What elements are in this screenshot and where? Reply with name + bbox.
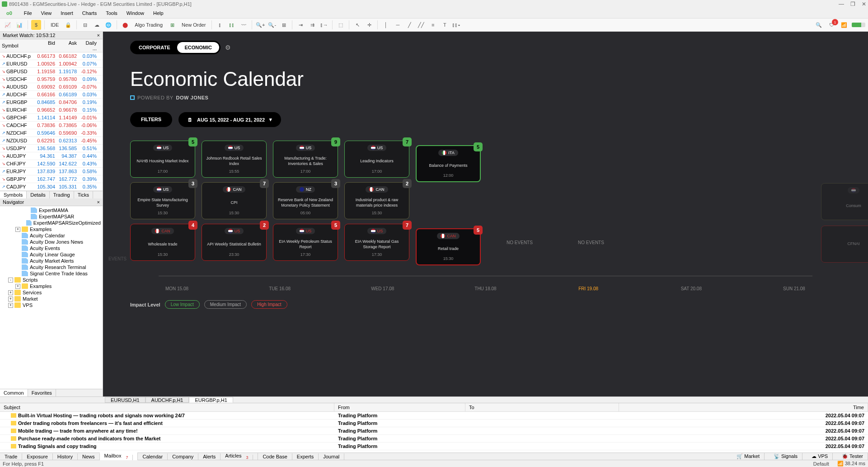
crosshair-icon[interactable]: ✛ [364, 20, 374, 30]
shift-icon[interactable]: ⇥ [296, 20, 305, 30]
cloud-icon[interactable]: ☁ [92, 20, 102, 30]
market-watch-row[interactable]: ↘GBPCHF1.141141.14149-0.01% [0, 114, 103, 122]
tab-common[interactable]: Common [0, 389, 28, 396]
minimize-icon[interactable]: — [839, 1, 844, 7]
zoom-in-icon[interactable]: 🔍+ [255, 20, 265, 30]
event-card[interactable]: 7CANCPI15:30 [202, 182, 267, 219]
menu-help[interactable]: Help [150, 9, 167, 17]
tab-ticks[interactable]: Ticks [74, 191, 93, 198]
globe-icon[interactable]: 🌐 [103, 20, 113, 30]
navigator-item[interactable]: ExpertMAPSARSizeOptimized [0, 220, 103, 226]
market-watch-row[interactable]: ↘AUDCHF.p0.661730.661820.03% [0, 52, 103, 60]
trend-icon[interactable]: ╱ [404, 20, 414, 30]
plus-icon[interactable]: ⊞ [167, 20, 177, 30]
menu-view[interactable]: View [38, 9, 56, 17]
navigator-item[interactable]: ExpertMAMA [0, 207, 103, 213]
toolbox-tab[interactable]: Calendar [138, 453, 168, 460]
alert-icon[interactable]: 🛡1 [826, 20, 836, 30]
toolbox-tab[interactable]: Company [168, 453, 198, 460]
pill-corporate[interactable]: CORPORATE [131, 42, 177, 53]
select-icon[interactable]: ⬚ [336, 20, 346, 30]
fibo-icon[interactable]: ≡ [428, 20, 438, 30]
mailbox-row[interactable]: Mobile trading — trade from anywhere at … [0, 427, 868, 435]
chart-line-icon[interactable]: 📈 [3, 20, 13, 30]
market-watch-row[interactable]: ↗EURGBP0.846850.847060.19% [0, 99, 103, 106]
algo-trading-button[interactable]: Algo Trading [132, 21, 165, 28]
market-watch-row[interactable]: ↘AUDUSD0.690920.69109-0.07% [0, 83, 103, 91]
filters-button[interactable]: FILTERS [130, 112, 172, 127]
event-card[interactable]: 3NZReserve Bank of New Zealand Monetary … [273, 182, 338, 219]
navigator-item[interactable]: Acuity Calendar [0, 232, 103, 239]
navigator-item[interactable]: Acuity Dow Jones News [0, 239, 103, 245]
event-card[interactable]: 7USEIA Weekly Natural Gas Storage Report… [344, 224, 409, 261]
chart-tab[interactable]: EURGBP.p,H1 [189, 397, 233, 403]
menu-file[interactable]: File [20, 9, 36, 17]
line-icon[interactable]: 〰 [239, 20, 249, 30]
navigator-item[interactable]: +Examples [0, 226, 103, 232]
ide-button[interactable]: IDE [48, 21, 61, 28]
event-card[interactable]: 5ITABalance of Payments12:00 [416, 145, 481, 182]
close-icon[interactable]: ✕ [862, 1, 866, 7]
tab-favorites[interactable]: Favorites [28, 389, 56, 396]
impact-high[interactable]: High Impact [251, 300, 287, 309]
impact-medium[interactable]: Medium Impact [204, 300, 247, 309]
navigator-close-icon[interactable]: × [97, 199, 100, 205]
network-icon[interactable]: 📶 [839, 20, 849, 30]
zoom-out-icon[interactable]: 🔍- [267, 20, 277, 30]
autoscroll-icon[interactable]: ⇉ [307, 20, 317, 30]
event-card[interactable]: USJohnson Redbook Retail Sales Index15:5… [202, 141, 267, 178]
chart-bar-icon[interactable]: 📊 [14, 20, 24, 30]
market-watch-close-icon[interactable]: × [97, 33, 100, 38]
event-card[interactable]: 5USNAHB Housing Market Index17:00 [130, 141, 195, 178]
maximize-icon[interactable]: ❐ [850, 1, 855, 7]
event-card[interactable]: 4CANWholesale trade15:30 [130, 224, 195, 261]
signals-link[interactable]: 📡 Signals [769, 453, 802, 460]
market-watch-row[interactable]: ↘AUDJPY94.36194.3870.44% [0, 152, 103, 160]
event-card[interactable]: 5CANRetail trade15:30 [416, 228, 481, 265]
toolbox-tab[interactable]: History [53, 453, 78, 460]
hline-icon[interactable]: ─ [393, 20, 403, 30]
calendar-settings-icon[interactable]: ⚙ [225, 44, 231, 51]
market-watch-row[interactable]: ↗EURUSD1.009261.009420.07% [0, 60, 103, 68]
market-watch-row[interactable]: ↘CADCHF0.738360.73865-0.06% [0, 122, 103, 129]
toolbox-tab[interactable]: Trade [0, 453, 22, 460]
menu-tools[interactable]: Tools [102, 9, 121, 17]
tree-icon[interactable]: ⊟ [80, 20, 90, 30]
market-watch-row[interactable]: ↗AUDCHF0.661660.661890.03% [0, 91, 103, 99]
menu-window[interactable]: Window [123, 9, 148, 17]
navigator-item[interactable]: +Services [0, 289, 103, 296]
dollar-icon[interactable]: $ [31, 20, 41, 30]
navigator-item[interactable]: -Scripts [0, 277, 103, 283]
chart-tab[interactable]: AUDCHF.p,H1 [145, 397, 189, 403]
market-watch-row[interactable]: ↘CHFJPY142.590142.6220.43% [0, 160, 103, 168]
market-watch-row[interactable]: ↗NZDUSD0.622910.62313-0.45% [0, 137, 103, 145]
bars-icon[interactable]: ⫿⫿ [227, 20, 237, 30]
navigator-item[interactable]: ExpertMAPSAR [0, 213, 103, 220]
navigator-item[interactable]: Acuity Market Alerts [0, 258, 103, 264]
search-icon[interactable]: 🔍 [814, 20, 824, 30]
grid-icon[interactable]: ⊞ [279, 20, 289, 30]
tester-link[interactable]: 🐞 Tester [837, 453, 868, 460]
navigator-item[interactable]: +Examples [0, 283, 103, 289]
menu-insert[interactable]: Insert [57, 9, 77, 17]
navigator-item[interactable]: Acuity Research Terminal [0, 264, 103, 270]
market-watch-row[interactable]: ↘EURCHF0.966520.966780.15% [0, 106, 103, 114]
objects-icon[interactable]: ⫿⫿▾ [451, 20, 461, 30]
market-watch-row[interactable]: ↗NZDCHF0.596460.59690-0.33% [0, 129, 103, 137]
navigator-item[interactable]: Acuity Linear Gauge [0, 251, 103, 258]
tab-symbols[interactable]: Symbols [0, 191, 27, 198]
impact-low[interactable]: Low Impact [165, 300, 200, 309]
market-watch-row[interactable]: ↘USDCHF0.957590.957800.09% [0, 75, 103, 83]
mailbox-row[interactable]: Trading Signals and copy tradingTrading … [0, 443, 868, 450]
toolbox-tab[interactable]: Journal [319, 453, 344, 460]
event-card[interactable]: 3USEmpire State Manufacturing Survey15:3… [130, 182, 195, 219]
toolbox-tab[interactable]: Exposure [22, 453, 52, 460]
toolbox-tab[interactable]: Alerts [198, 453, 221, 460]
step-icon[interactable]: ⫿→ [319, 20, 329, 30]
toolbox-tab[interactable]: Experts [292, 453, 319, 460]
lock-icon[interactable]: 🔒 [63, 20, 73, 30]
navigator-item[interactable]: +Market [0, 296, 103, 302]
event-card[interactable]: 2CANIndustrial product & raw materials p… [344, 182, 409, 219]
new-order-button[interactable]: New Order [179, 21, 208, 28]
toolbox-tab[interactable]: Code Base [258, 453, 292, 460]
